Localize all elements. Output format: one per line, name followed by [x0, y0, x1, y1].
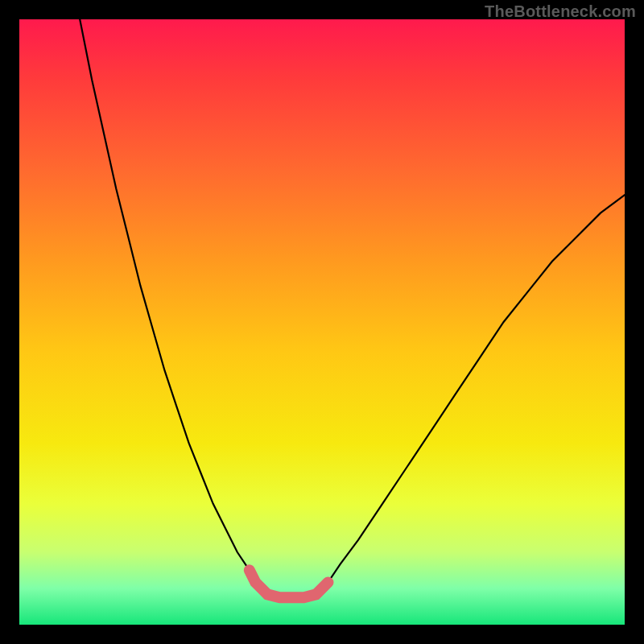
watermark-label: TheBottleneck.com	[485, 2, 636, 21]
value-curve	[80, 19, 625, 597]
plot-area	[19, 19, 625, 625]
optimal-range-highlight	[250, 570, 328, 597]
chart-svg	[19, 19, 625, 625]
chart-frame: TheBottleneck.com	[0, 0, 644, 644]
